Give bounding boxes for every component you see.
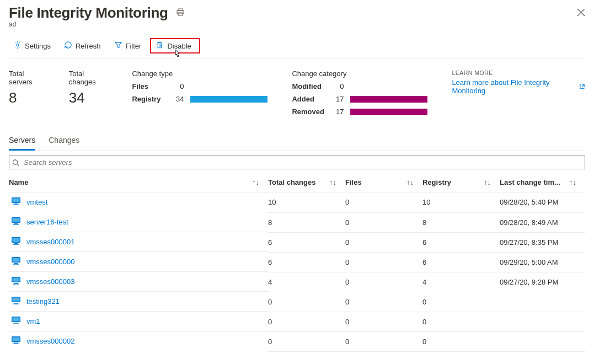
total-servers-value: 8 [9,89,47,106]
col-name[interactable]: Name↑↓ [9,173,268,192]
change-type-value: 0 [170,82,184,90]
change-type-name: Files [132,82,170,90]
toolbar: Settings Refresh Filter Disable [9,38,585,58]
server-name-link[interactable]: vmsses000001 [26,238,74,246]
cell-total-changes: 6 [268,232,345,252]
refresh-label: Refresh [76,42,101,50]
col-last-change[interactable]: Last change tim...↑↓ [500,173,585,192]
svg-rect-11 [13,205,19,205]
change-type-name: Registry [132,95,170,103]
server-name-link[interactable]: vm1 [26,317,40,325]
change-category-row: Added17 [292,95,430,103]
cell-total-changes: 0 [268,292,345,312]
cell-files: 0 [345,312,422,331]
svg-rect-25 [13,278,20,282]
vm-icon [9,197,26,207]
tab-changes[interactable]: Changes [49,131,79,151]
svg-rect-9 [13,199,20,202]
change-category-name: Modified [292,82,330,90]
trash-icon [156,41,167,51]
col-files[interactable]: Files↑↓ [345,173,422,192]
filter-button[interactable]: Filter [110,39,146,53]
cell-last-change: 09/28/20, 5:40 PM [500,192,585,213]
settings-button[interactable]: Settings [9,39,55,53]
print-icon[interactable] [176,8,185,18]
svg-rect-19 [13,244,19,245]
cell-registry: 4 [422,272,500,292]
cell-last-change [500,292,585,312]
cell-registry: 0 [422,312,500,331]
change-category-bar [350,109,427,115]
learn-more-link-text: Learn more about File Integrity Monitori… [452,78,575,95]
cell-files: 0 [345,212,422,232]
table-row: vm1000 [9,312,585,331]
sort-icon: ↑↓ [569,178,576,186]
server-name-link[interactable]: vmsses000003 [26,277,74,286]
cell-total-changes: 0 [268,312,345,331]
cell-last-change: 09/27/20, 9:28 PM [500,272,585,292]
table-row: vmsses00000060609/29/20, 5:00 AM [9,252,585,272]
change-category-name: Added [292,95,330,103]
change-type-row: Files0 [132,82,270,90]
vm-icon [9,237,26,247]
server-name-link[interactable]: vmtest [26,198,47,206]
svg-rect-34 [14,323,18,324]
svg-rect-27 [13,284,19,285]
vm-icon [9,276,26,287]
table-row: vmsses00000340409/27/20, 9:28 PM [9,272,585,292]
sort-icon: ↑↓ [329,178,336,186]
cell-total-changes: 8 [268,212,345,232]
svg-rect-23 [13,264,19,265]
learn-more-link[interactable]: Learn more about File Integrity Monitori… [452,78,585,95]
change-category-row: Modified0 [292,82,430,90]
table-row: vmsses00000160609/27/20, 8:35 PM [9,232,585,252]
sort-icon: ↑↓ [406,178,414,186]
svg-point-5 [16,44,19,46]
change-category-name: Removed [292,108,330,116]
vm-icon [9,256,26,267]
svg-rect-29 [13,298,20,302]
cell-last-change: 09/29/20, 5:00 AM [500,252,585,272]
page-title: File Integrity Monitoring [9,4,168,22]
change-category-value: 17 [330,108,344,116]
cell-files: 0 [345,192,422,213]
cell-total-changes: 6 [268,252,345,272]
server-name-link[interactable]: vmsses000002 [26,337,74,345]
change-type-value: 34 [170,95,184,103]
cell-files: 0 [345,331,422,351]
svg-rect-22 [14,263,18,264]
cell-files: 0 [345,252,422,272]
cell-registry: 6 [422,232,500,252]
table-row: vmsses000002000 [9,331,585,351]
vm-icon [9,316,26,326]
server-name-link[interactable]: testing321 [26,297,60,306]
cell-last-change: 09/28/20, 8:49 AM [500,212,585,232]
table-row: server16-test80809/28/20, 8:49 AM [9,212,585,232]
change-type-row: Registry34 [132,95,270,103]
cell-registry: 0 [422,292,500,312]
col-registry[interactable]: Registry↑↓ [422,173,500,192]
change-category-value: 0 [330,82,344,90]
search-input[interactable] [9,156,585,169]
server-name-link[interactable]: server16-test [26,218,68,226]
vm-icon [9,217,26,227]
cell-files: 0 [345,232,422,252]
vm-icon [9,296,26,307]
change-category-value: 17 [330,95,344,103]
tab-servers[interactable]: Servers [9,131,35,151]
cell-last-change [500,331,585,351]
refresh-button[interactable]: Refresh [60,39,105,53]
svg-rect-33 [13,318,20,322]
cell-total-changes: 10 [268,192,345,213]
cell-registry: 0 [422,331,500,351]
subtitle: ad [9,20,585,28]
disable-button[interactable]: Disable [150,38,200,53]
change-category-bar [350,96,427,103]
cell-registry: 10 [422,192,500,213]
server-name-link[interactable]: vmsses000000 [26,258,74,266]
close-icon[interactable] [577,8,585,18]
filter-icon [114,41,126,51]
svg-rect-14 [14,223,18,224]
cell-registry: 8 [422,212,500,232]
col-total-changes[interactable]: Total changes↑↓ [268,173,345,192]
